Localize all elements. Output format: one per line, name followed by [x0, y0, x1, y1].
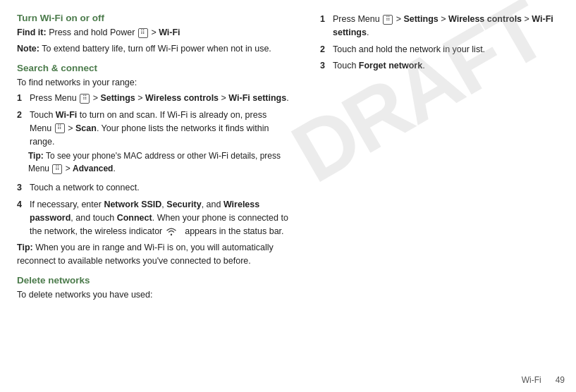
- right-column: 1 Press Menu > Settings > Wireless contr…: [303, 0, 576, 392]
- note-text: Note: To extend battery life, turn off W…: [17, 42, 289, 56]
- delete-step-3: 3 Touch Forget network.: [320, 59, 562, 73]
- search-intro: To find networks in your range:: [17, 76, 289, 90]
- find-it-label: Find it:: [17, 27, 47, 37]
- left-column: Turn Wi-Fi on or off Find it: Press and …: [0, 0, 303, 392]
- delete-step-1: 1 Press Menu > Settings > Wireless contr…: [320, 13, 562, 39]
- section-delete-networks: Delete networks To delete networks you h…: [17, 275, 289, 302]
- wifi-indicator-icon: [166, 227, 177, 235]
- search-step-2: 2 Touch Wi-Fi to turn on and scan. If Wi…: [17, 109, 289, 178]
- heading-search-connect: Search & connect: [17, 63, 289, 73]
- tip-step2: Tip: To see your phone's MAC address or …: [28, 149, 289, 175]
- heading-delete-networks: Delete networks: [17, 275, 289, 286]
- delete-steps-list: 1 Press Menu > Settings > Wireless contr…: [320, 13, 562, 73]
- heading-turn-wifi: Turn Wi-Fi on or off: [17, 13, 289, 23]
- page-label: Wi-Fi: [522, 375, 541, 385]
- page-footer: Wi-Fi 49: [522, 375, 565, 385]
- section-search-connect: Search & connect To find networks in you…: [17, 63, 289, 268]
- note-label: Note:: [17, 44, 39, 54]
- note-body: To extend battery life, turn off Wi-Fi p…: [42, 44, 271, 54]
- power-icon: [138, 28, 148, 38]
- search-step-3: 3 Touch a network to connect.: [17, 181, 289, 195]
- find-it-text: Find it: Press and hold Power > Wi-Fi: [17, 26, 289, 39]
- menu-icon-s1: [80, 94, 90, 104]
- page-number: 49: [556, 375, 565, 385]
- search-steps-list: 1 Press Menu > Settings > Wireless contr…: [17, 92, 289, 238]
- menu-icon-tip: [52, 164, 62, 174]
- tip-bottom: Tip: When you are in range and Wi-Fi is …: [17, 241, 289, 268]
- page-container: Turn Wi-Fi on or off Find it: Press and …: [0, 0, 576, 392]
- menu-icon-r1: [383, 15, 393, 25]
- find-it-body: Press and hold Power > Wi-Fi: [49, 27, 180, 37]
- delete-intro: To delete networks you have used:: [17, 288, 289, 302]
- menu-icon-s2: [55, 123, 65, 133]
- search-step-1: 1 Press Menu > Settings > Wireless contr…: [17, 92, 289, 105]
- search-step-4: 4 If necessary, enter Network SSID, Secu…: [17, 198, 289, 238]
- section-turn-wifi: Turn Wi-Fi on or off Find it: Press and …: [17, 13, 289, 56]
- delete-step-2: 2 Touch and hold the network in your lis…: [320, 43, 562, 56]
